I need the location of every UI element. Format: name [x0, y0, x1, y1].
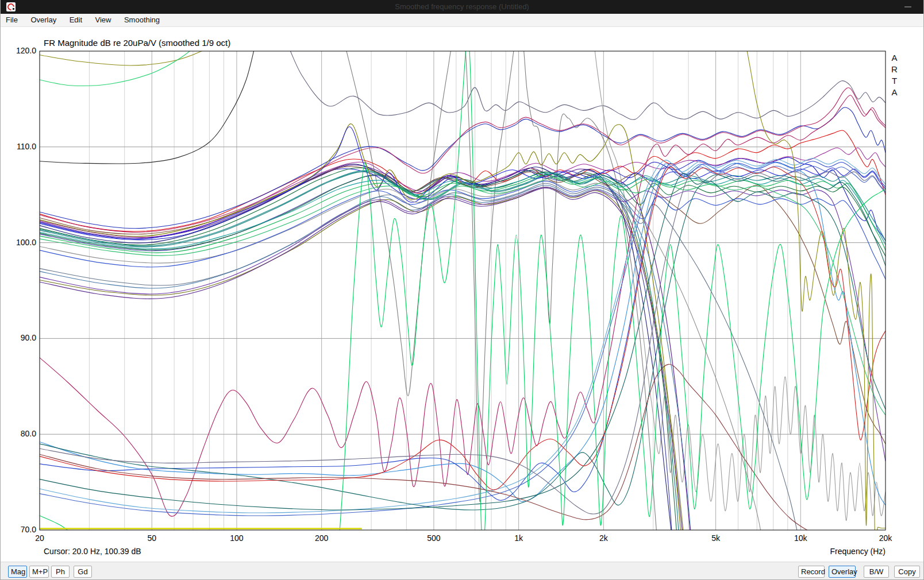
fr-curve-red-main	[40, 130, 886, 231]
arta-side-label: ARTA	[889, 53, 899, 99]
x-axis-title: Frequency (Hz)	[771, 547, 886, 556]
fr-curve-navy-plunge	[40, 164, 672, 540]
x-tick-label: 20	[22, 533, 57, 543]
x-tick-label: 100	[220, 533, 254, 543]
bw-button[interactable]: B/W	[864, 566, 889, 578]
x-tick-label: 10k	[783, 533, 818, 543]
x-tick-label: 500	[417, 533, 451, 543]
x-tick-label: 5k	[699, 533, 733, 543]
fr-plot[interactable]	[1, 0, 924, 580]
fr-curve-indigo-plunge	[40, 171, 674, 569]
fr-curve-gray-noise	[594, 37, 886, 520]
gd-button[interactable]: Gd	[74, 566, 92, 578]
fr-curve-purple-dark	[40, 165, 693, 568]
copy-button[interactable]: Copy	[894, 566, 920, 578]
record-button[interactable]: Record	[798, 566, 825, 578]
overlay-button[interactable]: Overlay	[829, 566, 856, 578]
x-tick-label: 2k	[586, 533, 621, 543]
fr-curve-violet-fall	[40, 187, 886, 461]
x-tick-label: 50	[134, 533, 169, 543]
fr-curve-olive-low	[40, 187, 687, 569]
bottom-toolbar: Mag M+P Ph Gd Record Overlay B/W Copy	[1, 562, 923, 580]
fr-curve-olive-crash	[744, 32, 886, 543]
ph-button[interactable]: Ph	[51, 566, 70, 578]
y-tick-label: 120.0	[1, 46, 36, 55]
x-tick-label: 20k	[868, 533, 903, 543]
fr-curve-olive-main	[40, 124, 682, 550]
fr-curve-black-left	[40, 37, 257, 164]
fr-curve-slate-top	[285, 37, 886, 119]
x-tick-label: 1k	[502, 533, 536, 543]
y-tick-label: 110.0	[1, 142, 36, 151]
fr-curve-gray-spikes	[343, 29, 660, 569]
fr-curve-red-tw	[40, 167, 886, 490]
mp-button[interactable]: M+P	[29, 566, 49, 578]
y-tick-label: 80.0	[1, 429, 36, 438]
x-tick-label: 200	[305, 533, 339, 543]
fr-curve-green-topleft	[40, 37, 206, 86]
fr-curve-brown-main	[40, 167, 886, 444]
fr-curve-spring-fall	[40, 177, 886, 415]
fr-curve-blue-low	[40, 181, 886, 279]
y-tick-label: 70.0	[1, 525, 36, 534]
mag-button[interactable]: Mag	[8, 566, 27, 578]
y-tick-label: 100.0	[1, 238, 36, 247]
fr-curve-teal-plunge	[40, 172, 680, 559]
fr-curve-slate-tw	[40, 172, 886, 514]
cursor-readout: Cursor: 20.0 Hz, 100.39 dB	[44, 547, 141, 556]
fr-curve-blue-flat	[40, 161, 886, 501]
y-tick-label: 90.0	[1, 333, 36, 342]
arta-window: Smoothed frequency response (Untitled) F…	[0, 0, 924, 580]
